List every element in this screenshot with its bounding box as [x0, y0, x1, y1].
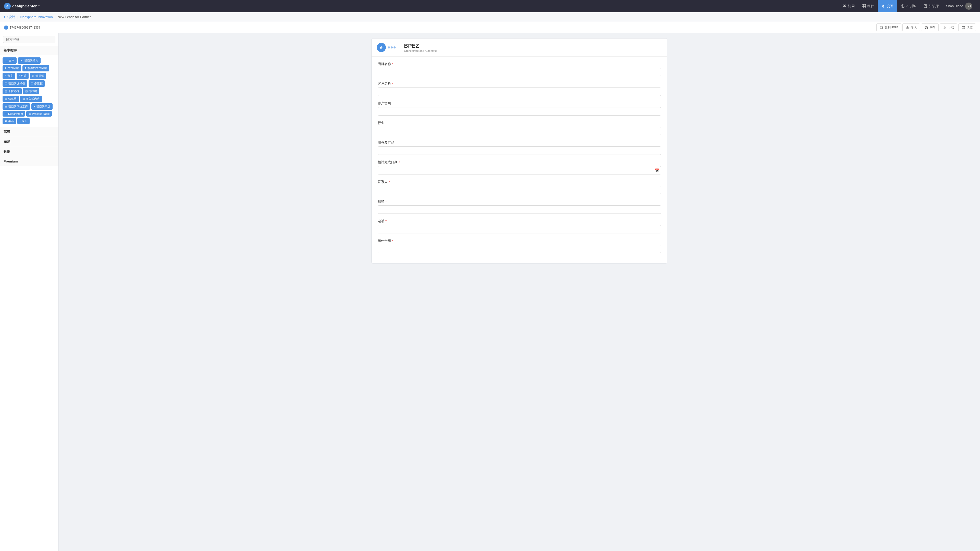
form-label-customer-name: 客户名称 * — [378, 81, 661, 86]
sidebar-section-header-layout[interactable]: 布局 — [0, 137, 59, 147]
input-estimated-amount[interactable] — [378, 245, 661, 253]
breadcrumb-neoxphere[interactable]: Neoxphere Innovation — [20, 15, 52, 19]
number-label: 数字 — [7, 74, 13, 78]
password-label: 密码 — [21, 74, 26, 78]
form-logo-tagline: Orchestrate and Automate — [404, 49, 437, 52]
preview-button[interactable]: 预览 — [958, 24, 976, 32]
breadcrumb-ux-design[interactable]: UX设计 — [4, 15, 15, 19]
form-field-phone: 电话 * — [378, 219, 661, 233]
logo-icon: e — [4, 3, 11, 10]
save-button[interactable]: 保存 — [921, 24, 939, 32]
nav-item-ai-train[interactable]: AI训练 — [897, 0, 920, 12]
widget-embedded[interactable]: ▤嵌入式内容 — [20, 96, 42, 102]
widget-single-select[interactable]: ◉单选 — [3, 118, 16, 124]
app-logo[interactable]: e designCenter ▾ — [4, 3, 40, 10]
widget-process-table[interactable]: ▦Process Table — [26, 111, 52, 117]
single-select-label: 单选 — [8, 119, 14, 123]
widget-enhanced-single[interactable]: +增强的单选 — [32, 103, 52, 110]
widget-enhanced-dropdown[interactable]: ▤增强的下拉选择 — [3, 103, 30, 110]
sidebar-section-header-basic[interactable]: 基本控件 — [0, 46, 59, 56]
download-button[interactable]: 下载 — [940, 24, 957, 32]
nav-item-collab[interactable]: 协同 — [839, 0, 858, 12]
widget-checkbox[interactable]: ☑选择框 — [30, 73, 46, 79]
form-body: 商机名称 *客户名称 *客户官网行业服务及产品预计完成日期 *📅联系人 *邮箱 … — [372, 57, 667, 263]
required-star-phone: * — [385, 219, 387, 223]
nav-item-interaction[interactable]: 交互 — [878, 0, 897, 12]
text-label: 文本 — [9, 59, 14, 62]
widget-department[interactable]: ⊢Department — [3, 111, 25, 117]
svg-rect-2 — [862, 4, 864, 6]
input-customer-website[interactable] — [378, 107, 661, 116]
enhanced-dropdown-icon: ▤ — [5, 105, 7, 108]
widget-button[interactable]: ▪按钮 — [18, 118, 30, 124]
enhanced-checkbox-icon: ☑ — [5, 82, 7, 85]
nav-item-component[interactable]: 组件 — [858, 0, 878, 12]
sidebar-section-layout: 布局 — [0, 137, 59, 147]
form-logo: e BPEZ Orchestrate and Automate — [377, 43, 437, 52]
multi-select-icon: ☑ — [31, 82, 33, 85]
sidebar-section-header-data[interactable]: 数据 — [0, 147, 59, 157]
input-contact[interactable] — [378, 186, 661, 194]
logo-dot-3 — [393, 46, 396, 48]
date-picker-button-expected-completion[interactable]: 📅 — [655, 168, 659, 172]
widget-tree[interactable]: ▤树结构 — [23, 88, 39, 94]
form-field-customer-name: 客户名称 * — [378, 81, 661, 96]
enhanced-dropdown-label: 增强的下拉选择 — [8, 105, 28, 108]
widget-enhanced-checkbox[interactable]: ☑增强的选择框 — [3, 80, 27, 87]
widget-dropdown[interactable]: ▤下拉选择 — [3, 88, 22, 94]
sidebar-section-header-advanced[interactable]: 高级 — [0, 127, 59, 137]
logo-dot-2 — [391, 46, 393, 48]
enhanced-text-area-label: 增强的文本区域 — [27, 66, 47, 70]
search-input[interactable] — [3, 36, 56, 43]
copy-uxid-button[interactable]: 复制UXID — [877, 24, 901, 32]
embedded-label: 嵌入式内容 — [26, 97, 40, 101]
import-button[interactable]: 导入 — [902, 24, 920, 32]
form-label-phone: 电话 * — [378, 219, 661, 224]
form-label-email: 邮箱 * — [378, 199, 661, 204]
logo-arrow-icon: ▾ — [38, 5, 40, 7]
widget-enhanced-input[interactable]: >_增强的输入 — [18, 57, 40, 64]
widget-text[interactable]: >_文本 — [3, 57, 17, 64]
svg-rect-5 — [864, 6, 865, 8]
form-header: e BPEZ Orchestrate and Automate — [372, 38, 667, 57]
form-label-contact: 联系人 * — [378, 179, 661, 184]
widget-text-area[interactable]: A文本区域 — [3, 65, 21, 71]
form-field-customer-website: 客户官网 — [378, 101, 661, 116]
sidebar-section-data: 数据 — [0, 147, 59, 157]
user-menu[interactable]: Shao Blade SB — [942, 3, 976, 10]
form-label-expected-completion: 预计完成日期 * — [378, 160, 661, 165]
input-industry[interactable] — [378, 127, 661, 135]
knowledge-icon — [923, 4, 928, 8]
svg-rect-10 — [880, 26, 882, 29]
form-field-contact: 联系人 * — [378, 179, 661, 194]
breadcrumb-current: New Leads for Partner — [58, 15, 91, 19]
sidebar-section-basic: 基本控件>_文本>_增强的输入A文本区域A增强的文本区域#数字*密码☑选择框☑增… — [0, 46, 59, 127]
sidebar-section-header-premium[interactable]: Premium — [0, 157, 59, 166]
form-field-industry: 行业 — [378, 121, 661, 135]
widget-enhanced-text-area[interactable]: A增强的文本区域 — [22, 65, 49, 71]
widget-number[interactable]: #数字 — [3, 73, 15, 79]
logo-dot-1 — [388, 46, 390, 48]
widget-password[interactable]: *密码 — [17, 73, 29, 79]
nav-label-knowledge: 知识库 — [929, 4, 939, 8]
preview-icon — [962, 26, 965, 29]
widget-info-block[interactable]: ▤信息块 — [3, 96, 19, 102]
collab-icon — [842, 4, 846, 8]
input-deal-name[interactable] — [378, 68, 661, 76]
download-icon — [943, 26, 947, 29]
dropdown-icon: ▤ — [5, 90, 7, 93]
ux-id-value: 174174850993742337 — [10, 26, 40, 29]
input-email[interactable] — [378, 205, 661, 214]
input-customer-name[interactable] — [378, 87, 661, 96]
input-expected-completion[interactable] — [378, 166, 661, 175]
required-star-email: * — [385, 200, 387, 203]
form-field-service-product: 服务及产品 — [378, 140, 661, 155]
tree-label: 树结构 — [29, 89, 37, 93]
nav-item-knowledge[interactable]: 知识库 — [920, 0, 942, 12]
input-service-product[interactable] — [378, 146, 661, 155]
checkbox-icon: ☑ — [32, 75, 35, 77]
input-phone[interactable] — [378, 225, 661, 233]
widget-multi-select[interactable]: ☑多选框 — [29, 80, 45, 87]
button-icon: ▪ — [20, 120, 21, 122]
top-nav: e designCenter ▾ 协同组件交互AI训练知识库 Shao Blad… — [0, 0, 980, 12]
